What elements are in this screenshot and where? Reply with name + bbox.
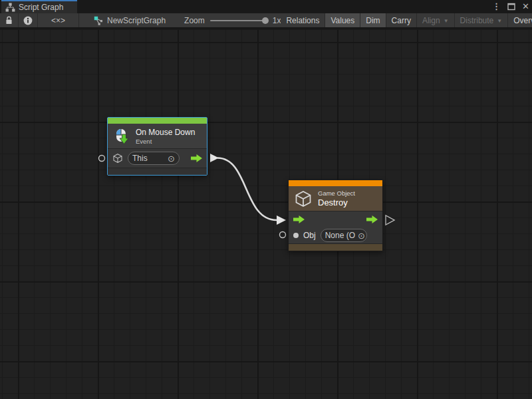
tab-label: Script Graph (19, 3, 63, 12)
wire-start-arrow (210, 154, 219, 162)
lock-button[interactable] (0, 13, 19, 27)
wire-layer (0, 30, 532, 399)
destroy-obj-input-port[interactable] (280, 232, 286, 238)
mouse-down-icon (113, 128, 130, 145)
node-title: Destroy (318, 198, 355, 207)
toolbar-button-dim[interactable]: Dim (360, 13, 386, 27)
node-footer (108, 168, 207, 175)
destroy-flow-output-port[interactable] (386, 215, 394, 225)
script-graph-window: Script Graph ⋮ ✕ <×> (0, 0, 532, 399)
zoom-label: Zoom (184, 16, 205, 25)
obj-port-dot[interactable] (293, 233, 299, 238)
graph-canvas[interactable]: On Mouse Down Event This ⊙ (0, 30, 532, 399)
maximize-icon[interactable] (507, 3, 515, 11)
toolbar-button-overview[interactable]: Overview (508, 13, 532, 27)
node-category: Game Object (318, 190, 355, 197)
zoom-slider-knob[interactable] (262, 17, 269, 24)
connection-wire[interactable] (217, 158, 277, 221)
inspect-button[interactable] (19, 13, 38, 27)
info-icon (23, 16, 33, 25)
node-on-mouse-down[interactable]: On Mouse Down Event This ⊙ (107, 117, 207, 176)
node-destroy[interactable]: Game Object Destroy Obj No (288, 180, 383, 251)
event-target-input-port[interactable] (99, 156, 105, 162)
graph-icon (94, 16, 103, 25)
titlebar: Script Graph ⋮ ✕ (0, 0, 532, 13)
lock-icon (5, 15, 13, 25)
zoom-value: 1x (273, 16, 281, 25)
event-accent-bar (108, 118, 207, 124)
flow-output-arrow[interactable] (366, 215, 378, 223)
wire-end-arrow (277, 215, 286, 225)
toolbar-button-values[interactable]: Values (325, 13, 360, 27)
chevron-down-icon: ▼ (444, 18, 449, 24)
close-icon[interactable]: ✕ (522, 0, 529, 13)
node-title: On Mouse Down (136, 128, 195, 137)
target-picker-icon[interactable]: ⊙ (168, 154, 175, 164)
node-subtitle: Event (136, 138, 195, 145)
node-footer (289, 243, 382, 251)
toolbar-button-distribute[interactable]: Distribute ▼ (455, 13, 509, 27)
obj-port-label: Obj (303, 231, 316, 240)
toolbar-button-align[interactable]: Align ▼ (417, 13, 455, 27)
sitemap-icon (5, 3, 15, 12)
gameobject-cube-icon (112, 153, 123, 164)
target-object-field[interactable]: This ⊙ (128, 152, 180, 165)
menu-kebab-icon[interactable]: ⋮ (492, 0, 501, 13)
destroy-accent-bar (289, 180, 382, 186)
zoom-slider[interactable] (210, 20, 267, 21)
code-view-button[interactable]: <×> (38, 13, 79, 27)
tab-script-graph[interactable]: Script Graph (1, 0, 77, 13)
gameobject-cube-icon (294, 190, 313, 208)
code-icon: <×> (51, 16, 65, 25)
flow-input-arrow[interactable] (293, 215, 305, 223)
flow-output-arrow[interactable] (191, 154, 202, 162)
toolbar: <×> NewScriptGraph Zoom 1x Relations Val… (0, 13, 532, 29)
target-picker-icon[interactable]: ⊙ (358, 231, 365, 241)
zoom-control: Zoom 1x (184, 13, 281, 27)
chevron-down-icon: ▼ (497, 18, 502, 24)
obj-object-field[interactable]: None (O ⊙ (321, 229, 367, 242)
toolbar-button-relations[interactable]: Relations (281, 13, 325, 27)
graph-name-breadcrumb[interactable]: NewScriptGraph (94, 13, 166, 27)
toolbar-button-carry[interactable]: Carry (386, 13, 417, 27)
graph-name-label: NewScriptGraph (107, 16, 166, 25)
